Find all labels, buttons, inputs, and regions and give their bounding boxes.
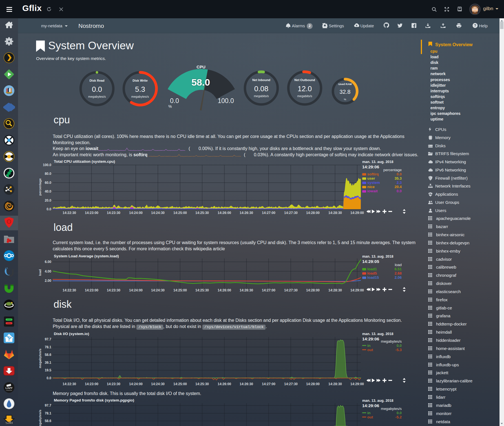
svg-text:0.0: 0.0 (170, 97, 179, 104)
svg-text:CPU: CPU (196, 64, 205, 69)
svg-text:sab: sab (5, 420, 13, 425)
svg-text:%: % (168, 104, 172, 109)
svg-text:Librarian: Librarian (6, 389, 12, 391)
svg-text:Offline: Offline (7, 322, 11, 324)
svg-text:Online: Online (7, 319, 11, 320)
svg-text:LAZY: LAZY (6, 386, 13, 389)
svg-text:100.0: 100.0 (218, 97, 234, 104)
svg-text:58.0: 58.0 (191, 77, 210, 88)
svg-text:?: ? (474, 24, 476, 28)
